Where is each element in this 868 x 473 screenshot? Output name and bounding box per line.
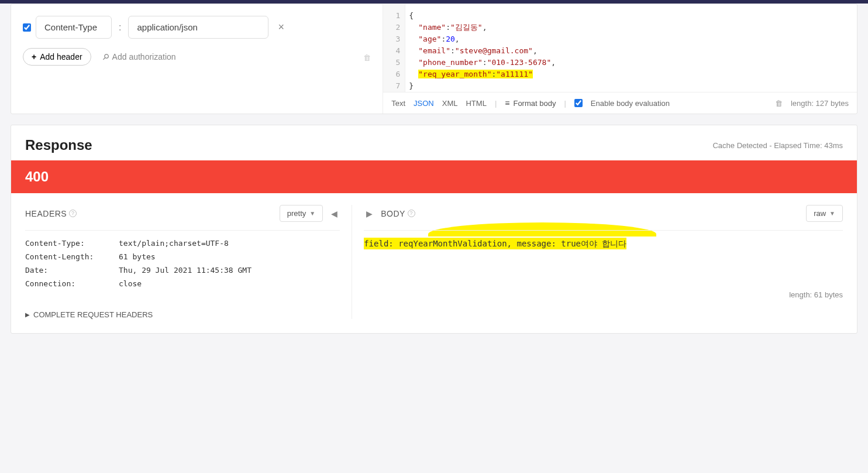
format-tab-text[interactable]: Text [391, 99, 405, 108]
format-tab-xml[interactable]: XML [442, 99, 458, 108]
chevron-right-icon: ▶ [25, 311, 30, 318]
json-comma: , [533, 46, 538, 55]
divider: | [495, 99, 497, 108]
response-headers-panel: HEADERS ? pretty ▼ ◀ Content-Type:text/p… [25, 205, 352, 319]
header-key: Content-Length: [25, 252, 119, 261]
header-row: Connection:close [25, 279, 340, 288]
headers-section-head: HEADERS ? pretty ▼ ◀ [25, 205, 340, 231]
header-key: Connection: [25, 279, 119, 288]
line-number: 3 [383, 33, 400, 45]
json-value: "010-123-5678" [487, 58, 552, 67]
code-editor[interactable]: 1 2 3 4 5 6 7 { "name":"김길동", "age":20, … [383, 4, 857, 92]
clear-body-button[interactable] [775, 99, 783, 108]
header-row: Content-Type:text/plain;charset=UTF-8 [25, 239, 340, 248]
header-entry-row: : × [23, 16, 371, 39]
format-tab-json[interactable]: JSON [414, 99, 434, 108]
json-value: "a11111" [496, 70, 533, 78]
body-view-dropdown[interactable]: raw ▼ [806, 205, 843, 222]
response-headers-table: Content-Type:text/plain;charset=UTF-8 Co… [25, 239, 340, 288]
line-number: 6 [383, 68, 400, 80]
add-header-label: Add header [40, 52, 82, 61]
code-body[interactable]: { "name":"김길동", "age":20, "email":"steve… [405, 4, 857, 92]
json-key: "req_year_month" [418, 70, 491, 78]
complete-request-headers-toggle[interactable]: ▶ COMPLETE REQUEST HEADERS [25, 310, 153, 319]
enable-body-eval-checkbox[interactable] [574, 99, 583, 107]
json-colon: : [446, 23, 450, 32]
add-authorization-button[interactable]: Add authorization [103, 52, 176, 61]
request-card: : × + Add header Add authorization 1 2 3… [11, 4, 857, 114]
brace-open: { [409, 11, 414, 20]
json-key: "age" [418, 35, 441, 43]
line-number: 1 [383, 10, 400, 22]
json-key: "email" [418, 46, 450, 55]
format-body-label: Format body [513, 99, 556, 108]
remove-header-button[interactable]: × [278, 21, 284, 33]
body-length-label: length: 127 bytes [791, 99, 849, 108]
json-value: "steve@gmail.com" [455, 46, 533, 55]
header-enabled-checkbox[interactable] [23, 23, 31, 32]
response-card: Response Cache Detected - Elapsed Time: … [11, 125, 857, 334]
json-comma: , [483, 23, 487, 32]
header-row: Content-Length:61 bytes [25, 252, 340, 261]
collapse-right-button[interactable]: ▶ [364, 207, 375, 221]
json-value: "김길동" [450, 23, 483, 32]
body-view-label: raw [814, 209, 826, 218]
headers-title-text: HEADERS [25, 209, 67, 218]
body-editor-panel: 1 2 3 4 5 6 7 { "name":"김길동", "age":20, … [383, 4, 857, 114]
json-comma: , [551, 58, 556, 67]
json-key: "phone_number" [418, 58, 483, 67]
response-body-content: field: reqYearMonthValidation, message: … [364, 238, 626, 249]
response-header: Response Cache Detected - Elapsed Time: … [11, 125, 857, 160]
header-row: Date:Thu, 29 Jul 2021 11:45:38 GMT [25, 266, 340, 275]
add-header-button[interactable]: + Add header [23, 48, 91, 66]
json-value: 20 [446, 35, 455, 43]
line-number: 4 [383, 45, 400, 57]
header-value: close [119, 279, 142, 288]
response-body-area: HEADERS ? pretty ▼ ◀ Content-Type:text/p… [11, 193, 857, 333]
line-number: 5 [383, 57, 400, 68]
header-name-input[interactable] [36, 16, 112, 39]
line-number-gutter: 1 2 3 4 5 6 7 [383, 4, 405, 92]
header-value: 61 bytes [119, 252, 156, 261]
help-icon[interactable]: ? [69, 210, 77, 217]
header-value: text/plain;charset=UTF-8 [119, 239, 229, 248]
headers-view-dropdown[interactable]: pretty ▼ [280, 205, 323, 222]
status-code-bar: 400 [11, 160, 857, 193]
header-actions-row: + Add header Add authorization [23, 48, 371, 66]
line-number: 2 [383, 22, 400, 33]
json-comma: , [455, 35, 460, 43]
format-body-button[interactable]: Format body [505, 98, 556, 108]
brace-close: } [409, 81, 414, 90]
response-body-panel: ▶ BODY ? raw ▼ field: reqYearMonthValida… [352, 205, 843, 319]
body-title-text: BODY [381, 209, 405, 218]
header-key: Content-Type: [25, 239, 119, 248]
plus-icon: + [32, 52, 36, 61]
headers-panel: : × + Add header Add authorization [11, 4, 383, 114]
help-icon[interactable]: ? [408, 210, 415, 217]
editor-footer: Text JSON XML HTML | Format body | Enabl… [383, 92, 857, 114]
response-body-length: length: 61 bytes [364, 290, 843, 299]
complete-headers-label: COMPLETE REQUEST HEADERS [33, 310, 153, 319]
json-colon: : [450, 46, 455, 55]
header-value-input[interactable] [128, 16, 268, 39]
format-lines-icon [505, 98, 509, 108]
json-colon: : [483, 58, 487, 67]
body-section-head: ▶ BODY ? raw ▼ [364, 205, 843, 231]
json-key: "name" [418, 23, 446, 32]
enable-body-eval-label: Enable body evaluation [591, 99, 670, 108]
header-key: Date: [25, 266, 119, 275]
response-body-text: field: reqYearMonthValidation, message: … [364, 239, 843, 249]
cache-elapsed-label: Cache Detected - Elapsed Time: 43ms [712, 141, 843, 150]
key-icon [103, 52, 109, 61]
trash-icon [363, 52, 371, 62]
headers-section-title: HEADERS ? [25, 209, 77, 218]
body-section-title: BODY ? [381, 209, 415, 218]
format-tab-html[interactable]: HTML [466, 99, 486, 108]
header-value: Thu, 29 Jul 2021 11:45:38 GMT [119, 266, 252, 275]
add-authorization-label: Add authorization [112, 52, 176, 61]
delete-all-headers-button[interactable] [363, 52, 371, 62]
divider: | [564, 99, 566, 108]
line-number: 7 [383, 80, 400, 92]
chevron-down-icon: ▼ [309, 210, 315, 217]
collapse-left-button[interactable]: ◀ [329, 207, 340, 221]
